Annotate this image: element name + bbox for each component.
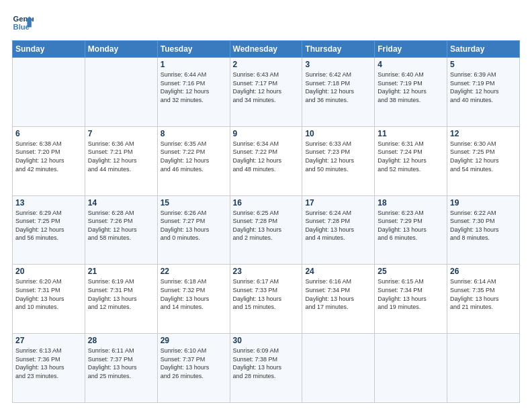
day-number: 3	[305, 60, 371, 69]
day-number: 2	[233, 60, 300, 69]
day-info: Sunrise: 6:31 AM Sunset: 7:24 PM Dayligh…	[378, 140, 444, 173]
day-number: 12	[450, 129, 517, 138]
calendar-cell: 13Sunrise: 6:29 AM Sunset: 7:25 PM Dayli…	[13, 195, 85, 265]
svg-text:Blue: Blue	[13, 23, 30, 31]
day-number: 18	[378, 198, 444, 208]
weekday-saturday: Saturday	[447, 41, 520, 58]
calendar-cell: 28Sunrise: 6:11 AM Sunset: 7:37 PM Dayli…	[85, 334, 157, 403]
day-number: 20	[15, 267, 82, 276]
calendar-cell	[375, 334, 447, 403]
day-info: Sunrise: 6:11 AM Sunset: 7:37 PM Dayligh…	[88, 347, 154, 380]
calendar-cell	[302, 334, 375, 403]
calendar-cell: 22Sunrise: 6:18 AM Sunset: 7:32 PM Dayli…	[157, 265, 230, 334]
logo: General Blue	[12, 12, 36, 34]
weekday-tuesday: Tuesday	[157, 41, 230, 58]
day-number: 17	[305, 198, 371, 208]
day-info: Sunrise: 6:36 AM Sunset: 7:21 PM Dayligh…	[88, 140, 154, 173]
calendar-cell: 20Sunrise: 6:20 AM Sunset: 7:31 PM Dayli…	[13, 265, 85, 334]
day-info: Sunrise: 6:35 AM Sunset: 7:22 PM Dayligh…	[161, 140, 227, 173]
day-number: 10	[305, 129, 371, 138]
day-info: Sunrise: 6:33 AM Sunset: 7:23 PM Dayligh…	[305, 140, 371, 173]
day-info: Sunrise: 6:28 AM Sunset: 7:26 PM Dayligh…	[88, 209, 154, 242]
day-info: Sunrise: 6:42 AM Sunset: 7:18 PM Dayligh…	[305, 71, 371, 104]
calendar-cell: 16Sunrise: 6:25 AM Sunset: 7:28 PM Dayli…	[230, 195, 302, 265]
calendar-cell	[447, 334, 520, 403]
day-info: Sunrise: 6:14 AM Sunset: 7:35 PM Dayligh…	[450, 277, 517, 311]
calendar-header: SundayMondayTuesdayWednesdayThursdayFrid…	[13, 41, 520, 58]
calendar-cell: 1Sunrise: 6:44 AM Sunset: 7:16 PM Daylig…	[157, 58, 230, 127]
calendar-cell: 10Sunrise: 6:33 AM Sunset: 7:23 PM Dayli…	[302, 126, 375, 195]
logo-icon: General Blue	[12, 12, 34, 34]
day-info: Sunrise: 6:44 AM Sunset: 7:16 PM Dayligh…	[161, 71, 227, 104]
weekday-header-row: SundayMondayTuesdayWednesdayThursdayFrid…	[13, 41, 520, 58]
day-info: Sunrise: 6:09 AM Sunset: 7:38 PM Dayligh…	[233, 347, 300, 380]
day-number: 25	[378, 267, 444, 276]
weekday-monday: Monday	[85, 41, 157, 58]
day-info: Sunrise: 6:22 AM Sunset: 7:30 PM Dayligh…	[450, 209, 517, 242]
calendar-cell: 5Sunrise: 6:39 AM Sunset: 7:19 PM Daylig…	[447, 58, 520, 127]
day-number: 27	[15, 336, 82, 345]
weekday-thursday: Thursday	[302, 41, 375, 58]
calendar-week-3: 13Sunrise: 6:29 AM Sunset: 7:25 PM Dayli…	[13, 195, 520, 265]
day-number: 21	[88, 267, 154, 276]
calendar-cell: 18Sunrise: 6:23 AM Sunset: 7:29 PM Dayli…	[375, 195, 447, 265]
calendar-cell: 14Sunrise: 6:28 AM Sunset: 7:26 PM Dayli…	[85, 195, 157, 265]
day-number: 13	[15, 198, 82, 208]
day-number: 6	[15, 129, 82, 138]
weekday-sunday: Sunday	[13, 41, 85, 58]
day-number: 9	[233, 129, 300, 138]
calendar-cell	[13, 58, 85, 127]
day-number: 15	[161, 198, 227, 208]
day-number: 23	[233, 267, 300, 276]
calendar-cell: 8Sunrise: 6:35 AM Sunset: 7:22 PM Daylig…	[157, 126, 230, 195]
day-info: Sunrise: 6:16 AM Sunset: 7:34 PM Dayligh…	[305, 277, 371, 311]
day-info: Sunrise: 6:30 AM Sunset: 7:25 PM Dayligh…	[450, 140, 517, 173]
calendar-cell: 23Sunrise: 6:17 AM Sunset: 7:33 PM Dayli…	[230, 265, 302, 334]
day-info: Sunrise: 6:10 AM Sunset: 7:37 PM Dayligh…	[161, 347, 227, 380]
day-info: Sunrise: 6:20 AM Sunset: 7:31 PM Dayligh…	[15, 277, 82, 311]
day-number: 28	[88, 336, 154, 345]
day-number: 22	[161, 267, 227, 276]
day-number: 29	[161, 336, 227, 345]
calendar-week-4: 20Sunrise: 6:20 AM Sunset: 7:31 PM Dayli…	[13, 265, 520, 334]
calendar-cell: 11Sunrise: 6:31 AM Sunset: 7:24 PM Dayli…	[375, 126, 447, 195]
day-number: 26	[450, 267, 517, 276]
calendar-cell: 25Sunrise: 6:15 AM Sunset: 7:34 PM Dayli…	[375, 265, 447, 334]
calendar-cell: 15Sunrise: 6:26 AM Sunset: 7:27 PM Dayli…	[157, 195, 230, 265]
calendar-cell: 27Sunrise: 6:13 AM Sunset: 7:36 PM Dayli…	[13, 334, 85, 403]
calendar-cell: 7Sunrise: 6:36 AM Sunset: 7:21 PM Daylig…	[85, 126, 157, 195]
day-number: 11	[378, 129, 444, 138]
calendar-week-1: 1Sunrise: 6:44 AM Sunset: 7:16 PM Daylig…	[13, 58, 520, 127]
calendar-cell: 19Sunrise: 6:22 AM Sunset: 7:30 PM Dayli…	[447, 195, 520, 265]
day-info: Sunrise: 6:15 AM Sunset: 7:34 PM Dayligh…	[378, 277, 444, 311]
day-info: Sunrise: 6:40 AM Sunset: 7:19 PM Dayligh…	[378, 71, 444, 104]
calendar-cell: 4Sunrise: 6:40 AM Sunset: 7:19 PM Daylig…	[375, 58, 447, 127]
day-number: 24	[305, 267, 371, 276]
day-info: Sunrise: 6:17 AM Sunset: 7:33 PM Dayligh…	[233, 277, 300, 311]
page: General Blue SundayMondayTuesdayWednesda…	[0, 0, 532, 411]
calendar-cell: 12Sunrise: 6:30 AM Sunset: 7:25 PM Dayli…	[447, 126, 520, 195]
day-info: Sunrise: 6:29 AM Sunset: 7:25 PM Dayligh…	[15, 209, 82, 242]
day-info: Sunrise: 6:39 AM Sunset: 7:19 PM Dayligh…	[450, 71, 517, 104]
day-number: 8	[161, 129, 227, 138]
day-info: Sunrise: 6:43 AM Sunset: 7:17 PM Dayligh…	[233, 71, 300, 104]
weekday-wednesday: Wednesday	[230, 41, 302, 58]
day-number: 19	[450, 198, 517, 208]
day-info: Sunrise: 6:13 AM Sunset: 7:36 PM Dayligh…	[15, 347, 82, 380]
day-info: Sunrise: 6:38 AM Sunset: 7:20 PM Dayligh…	[15, 140, 82, 173]
calendar-week-5: 27Sunrise: 6:13 AM Sunset: 7:36 PM Dayli…	[13, 334, 520, 403]
calendar-cell: 24Sunrise: 6:16 AM Sunset: 7:34 PM Dayli…	[302, 265, 375, 334]
day-info: Sunrise: 6:18 AM Sunset: 7:32 PM Dayligh…	[161, 277, 227, 311]
calendar-week-2: 6Sunrise: 6:38 AM Sunset: 7:20 PM Daylig…	[13, 126, 520, 195]
calendar-cell: 30Sunrise: 6:09 AM Sunset: 7:38 PM Dayli…	[230, 334, 302, 403]
day-info: Sunrise: 6:26 AM Sunset: 7:27 PM Dayligh…	[161, 209, 227, 242]
header: General Blue	[12, 12, 520, 34]
calendar-cell: 29Sunrise: 6:10 AM Sunset: 7:37 PM Dayli…	[157, 334, 230, 403]
calendar-table: SundayMondayTuesdayWednesdayThursdayFrid…	[12, 40, 520, 403]
day-info: Sunrise: 6:23 AM Sunset: 7:29 PM Dayligh…	[378, 209, 444, 242]
day-info: Sunrise: 6:24 AM Sunset: 7:28 PM Dayligh…	[305, 209, 371, 242]
calendar-cell: 21Sunrise: 6:19 AM Sunset: 7:31 PM Dayli…	[85, 265, 157, 334]
day-number: 7	[88, 129, 154, 138]
day-number: 30	[233, 336, 300, 345]
day-info: Sunrise: 6:34 AM Sunset: 7:22 PM Dayligh…	[233, 140, 300, 173]
